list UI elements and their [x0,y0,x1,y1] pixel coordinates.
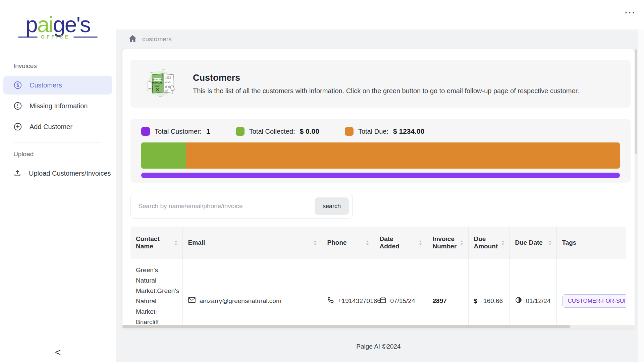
sort-icon[interactable] [501,240,505,246]
sidebar-item-missing-information[interactable]: Missing Information [3,97,112,115]
top-bar: ··· [116,0,644,29]
horizontal-scrollbar [122,325,635,328]
column-header-phone[interactable]: Phone [322,227,374,259]
sidebar-item-label: Missing Information [30,102,88,110]
table-header-row: Contact Name Email Phone Date Added Invo… [130,227,626,259]
stats-section: Total Customer: 1 Total Collected: $ 0.0… [130,119,631,183]
column-label: Date Added [380,235,399,250]
sort-icon[interactable] [419,240,422,246]
upload-icon [13,169,21,177]
sidebar-nav: Invoices $ Customers Missing Information… [0,62,116,183]
sort-icon[interactable] [366,240,369,246]
due-amount-cell: $160.66 [468,259,509,328]
svg-text:MANUAL: MANUAL [152,81,163,84]
total-customer-swatch [141,127,150,136]
stats-legend: Total Customer: 1 Total Collected: $ 0.0… [141,127,620,136]
email-cell: airizarry@greensnatural.com [182,259,322,328]
main-content: customers [116,29,644,362]
paiges-office-logo[interactable]: paige's OFFICE [13,13,103,40]
sidebar-collapse-chevron[interactable]: < [0,347,116,357]
page-description: This is the list of all the customers wi… [193,87,579,95]
column-header-tags[interactable]: Tags [556,227,626,259]
sort-icon[interactable] [548,240,552,246]
date-added-cell: 07/15/24 [374,259,427,328]
customers-bar [141,173,620,178]
sort-icon[interactable] [174,240,178,246]
currency-symbol: $ [474,297,478,305]
phone-text: +19143270186 [338,297,381,305]
legend-label: Total Collected: [249,128,295,135]
vertical-scrollbar-thumb[interactable] [635,49,637,154]
main-area: ··· customers [116,0,644,362]
phone-icon [327,297,334,305]
footer-copyright: Paige AI ©2024 [122,328,635,350]
column-header-due-amount[interactable]: Due Amount [468,227,509,259]
logo-underline-left [18,37,38,38]
due-date-cell: 01/12/24 [509,259,556,328]
calendar-icon [380,297,386,305]
breadcrumb-current[interactable]: customers [142,36,172,43]
legend-label: Total Customer: [155,128,202,135]
legend-total-due: Total Due: $ 1234.00 [345,127,425,136]
logo-text-accent: ai [37,12,53,37]
logo-subtitle: OFFICE [41,34,70,40]
sidebar-item-add-customer[interactable]: Add Customer [3,117,112,136]
phone-cell: +19143270186 [322,259,374,328]
home-icon[interactable] [128,35,137,44]
customers-illustration: INSTRUCTION MANUAL [144,68,177,100]
due-amount-text: 160.66 [483,297,503,305]
due-date-text: 01/12/24 [526,297,551,305]
vertical-scrollbar-track [638,29,644,362]
column-header-date-added[interactable]: Date Added [374,227,427,259]
search-input[interactable] [138,202,315,210]
column-label: Email [188,239,205,246]
column-header-invoice-number[interactable]: Invoice Number [427,227,468,259]
sort-icon[interactable] [460,240,464,246]
sort-icon[interactable] [313,240,317,246]
column-label: Contact Name [136,235,160,250]
plus-circle-icon [13,122,22,131]
horizontal-scrollbar-thumb[interactable] [122,325,570,328]
more-menu-button[interactable]: ··· [625,9,636,17]
sidebar-divider [13,142,102,142]
column-label: Due Amount [474,235,498,250]
search-button[interactable]: search [315,197,349,215]
sidebar-item-customers[interactable]: $ Customers [3,76,112,95]
column-label: Phone [327,239,347,246]
svg-text:INSTRUCTION: INSTRUCTION [152,79,162,80]
column-label: Due Date [515,239,543,246]
dollar-circle-icon: $ [13,81,22,89]
legend-value: $ 1234.00 [393,127,424,135]
collected-due-bar [141,142,620,169]
table-row: Green's Natural Market:Green's Natural M… [130,259,626,328]
legend-value: 1 [206,127,210,135]
column-header-due-date[interactable]: Due Date [509,227,556,259]
legend-label: Total Due: [358,128,388,135]
page-header-text: Customers This is the list of all the cu… [193,73,579,95]
customers-table: Contact Name Email Phone Date Added Invo… [130,227,626,328]
legend-total-customer: Total Customer: 1 [141,127,210,136]
nav-section-upload: Upload [13,150,112,158]
invoice-number-cell: 2897 [427,259,468,328]
due-bar-segment [186,142,620,169]
date-added-text: 07/15/24 [390,297,415,305]
total-due-swatch [345,127,354,136]
sidebar: paige's OFFICE Invoices $ Customers Miss… [0,0,116,362]
sidebar-item-label: Upload Customers/Invoices [29,170,111,177]
envelope-icon [188,297,196,305]
search-bar: search [130,194,353,219]
sidebar-item-upload-customers-invoices[interactable]: Upload Customers/Invoices [3,164,112,183]
page-title: Customers [193,73,579,83]
total-collected-swatch [236,127,245,136]
logo-wordmark: paige's [13,13,103,36]
sidebar-item-label: Customers [30,81,62,89]
column-header-contact-name[interactable]: Contact Name [130,227,182,259]
sidebar-item-label: Add Customer [30,123,72,131]
alert-circle-icon [13,102,22,110]
tag-badge: CUSTOMER-FOR-SUPER-A [562,294,627,308]
legend-total-collected: Total Collected: $ 0.00 [236,127,319,136]
column-header-email[interactable]: Email [182,227,322,259]
column-label: Tags [562,239,577,246]
logo-text-end: ge's [53,12,90,37]
clock-half-icon [515,297,522,305]
